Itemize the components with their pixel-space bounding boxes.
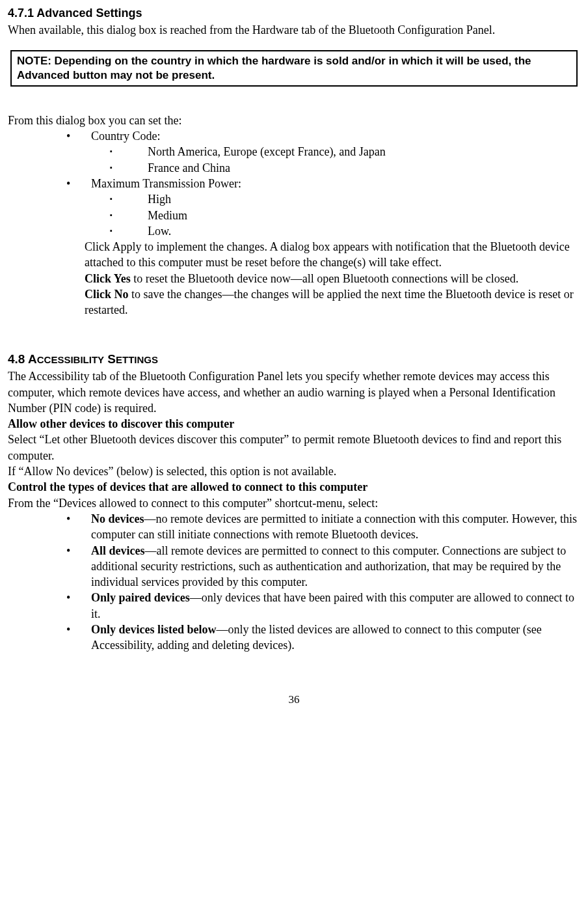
allow-line2: If “Allow No devices” (below) is selecte… [8, 463, 580, 479]
intro-48: The Accessibility tab of the Bluetooth C… [8, 368, 580, 416]
page-number: 36 [8, 693, 580, 708]
bullet-all-devices: All devices—all remote devices are permi… [53, 543, 580, 590]
apply-paragraph: Click Apply to implement the changes. A … [85, 239, 580, 271]
bullet-only-listed: Only devices listed below—only the liste… [53, 622, 580, 654]
heading-48-prefix: 4.8 A [8, 352, 37, 366]
bullet-no-devices: No devices—no remote devices are permitt… [53, 511, 580, 543]
square-list-1: North America, Europe (except France), a… [102, 144, 580, 176]
click-yes-paragraph: Click Yes to reset the Bluetooth device … [85, 271, 580, 286]
bullet-country-code: Country Code: [53, 128, 580, 144]
all-devices-rest: —all remote devices are permitted to con… [91, 544, 566, 589]
click-no-rest: to save the changes—the changes will be … [85, 288, 574, 316]
allow-line1: Select “Let other Bluetooth devices disc… [8, 432, 580, 463]
only-listed-bold: Only devices listed below [91, 623, 217, 636]
click-yes-bold: Click Yes [85, 272, 131, 285]
heading-48-space: S [104, 352, 116, 366]
heading-471: 4.7.1 Advanced Settings [8, 5, 580, 21]
square-na-eu-jp: North America, Europe (except France), a… [102, 144, 580, 159]
only-paired-bold: Only paired devices [91, 591, 190, 604]
no-devices-rest: —no remote devices are permitted to init… [91, 512, 577, 541]
control-lead: From the “Devices allowed to connect to … [8, 495, 580, 511]
square-list-2: High Medium Low. [102, 191, 580, 239]
heading-48: 4.8 ACCESSIBILITY SETTINGS [8, 351, 580, 368]
click-no-paragraph: Click No to save the changes—the changes… [85, 286, 580, 318]
click-no-bold: Click No [85, 288, 129, 301]
no-devices-bold: No devices [91, 512, 144, 525]
square-medium: Medium [102, 208, 580, 223]
bullet-list-1: Country Code: [53, 128, 580, 144]
lead-471: From this dialog box you can set the: [8, 113, 580, 128]
heading-48-word1: CCESSIBILITY [37, 354, 104, 365]
bullet-only-paired: Only paired devices—only devices that ha… [53, 590, 580, 622]
bullet-list-2: Maximum Transmission Power: [53, 176, 580, 191]
square-high: High [102, 191, 580, 207]
click-yes-rest: to reset the Bluetooth device now—all op… [131, 272, 518, 285]
square-fr-cn: France and China [102, 160, 580, 176]
bullet-max-power: Maximum Transmission Power: [53, 176, 580, 191]
subhead-control: Control the types of devices that are al… [8, 479, 580, 495]
square-low: Low. [102, 223, 580, 239]
intro-471: When available, this dialog box is reach… [8, 22, 580, 38]
subhead-allow: Allow other devices to discover this com… [8, 416, 580, 432]
heading-48-word2: ETTINGS [116, 354, 158, 365]
bullet-list-devices: No devices—no remote devices are permitt… [53, 511, 580, 654]
all-devices-bold: All devices [91, 544, 145, 557]
note-box: NOTE: Depending on the country in which … [10, 50, 578, 87]
